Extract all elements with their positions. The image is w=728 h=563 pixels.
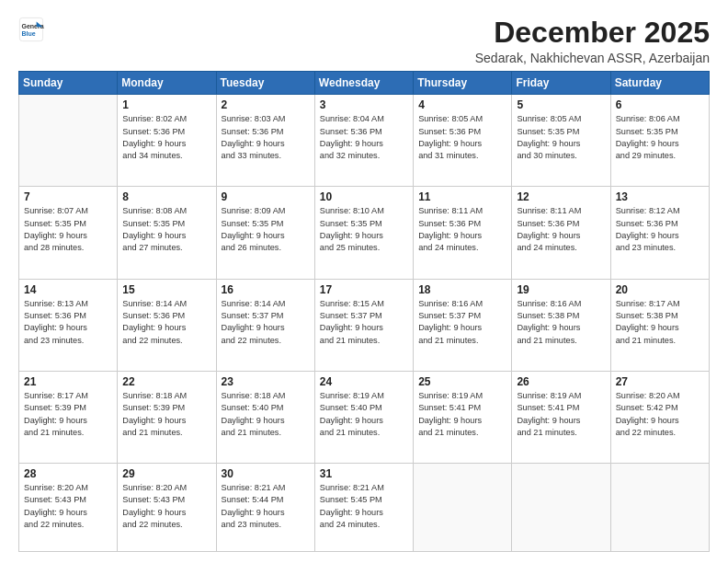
table-row: 27Sunrise: 8:20 AMSunset: 5:42 PMDayligh… bbox=[610, 371, 709, 463]
svg-text:Blue: Blue bbox=[22, 30, 36, 37]
day-info: Sunrise: 8:19 AMSunset: 5:41 PMDaylight:… bbox=[418, 390, 506, 439]
table-row: 5Sunrise: 8:05 AMSunset: 5:35 PMDaylight… bbox=[512, 95, 610, 187]
table-row: 23Sunrise: 8:18 AMSunset: 5:40 PMDayligh… bbox=[216, 371, 314, 463]
table-row: 28Sunrise: 8:20 AMSunset: 5:43 PMDayligh… bbox=[19, 464, 118, 552]
header: General Blue December 2025 Sedarak, Nakh… bbox=[18, 17, 710, 65]
location: Sedarak, Nakhichevan ASSR, Azerbaijan bbox=[475, 51, 710, 65]
day-info: Sunrise: 8:19 AMSunset: 5:41 PMDaylight:… bbox=[517, 390, 605, 439]
day-info: Sunrise: 8:10 AMSunset: 5:35 PMDaylight:… bbox=[320, 205, 408, 254]
table-row: 18Sunrise: 8:16 AMSunset: 5:37 PMDayligh… bbox=[414, 279, 512, 371]
logo: General Blue bbox=[18, 17, 46, 42]
day-info: Sunrise: 8:17 AMSunset: 5:38 PMDaylight:… bbox=[616, 298, 704, 347]
day-info: Sunrise: 8:18 AMSunset: 5:39 PMDaylight:… bbox=[122, 390, 210, 439]
day-info: Sunrise: 8:16 AMSunset: 5:38 PMDaylight:… bbox=[517, 298, 605, 347]
table-row bbox=[19, 95, 118, 187]
table-row bbox=[610, 464, 709, 552]
table-row: 14Sunrise: 8:13 AMSunset: 5:36 PMDayligh… bbox=[19, 279, 118, 371]
day-info: Sunrise: 8:12 AMSunset: 5:36 PMDaylight:… bbox=[616, 205, 704, 254]
day-number: 8 bbox=[122, 190, 210, 203]
day-info: Sunrise: 8:18 AMSunset: 5:40 PMDaylight:… bbox=[222, 390, 310, 439]
day-info: Sunrise: 8:20 AMSunset: 5:42 PMDaylight:… bbox=[616, 390, 704, 439]
day-number: 13 bbox=[616, 190, 704, 203]
day-number: 3 bbox=[320, 98, 408, 111]
col-wednesday: Wednesday bbox=[314, 72, 413, 95]
table-row: 25Sunrise: 8:19 AMSunset: 5:41 PMDayligh… bbox=[414, 371, 512, 463]
day-number: 30 bbox=[222, 467, 310, 480]
day-info: Sunrise: 8:20 AMSunset: 5:43 PMDaylight:… bbox=[24, 482, 112, 531]
calendar-header-row: Sunday Monday Tuesday Wednesday Thursday… bbox=[19, 72, 710, 95]
col-monday: Monday bbox=[118, 72, 216, 95]
day-info: Sunrise: 8:08 AMSunset: 5:35 PMDaylight:… bbox=[122, 205, 210, 254]
day-number: 27 bbox=[616, 375, 704, 388]
table-row bbox=[512, 464, 610, 552]
day-info: Sunrise: 8:21 AMSunset: 5:45 PMDaylight:… bbox=[320, 482, 408, 531]
day-info: Sunrise: 8:14 AMSunset: 5:36 PMDaylight:… bbox=[122, 298, 210, 347]
day-info: Sunrise: 8:16 AMSunset: 5:37 PMDaylight:… bbox=[418, 298, 506, 347]
day-info: Sunrise: 8:21 AMSunset: 5:44 PMDaylight:… bbox=[222, 482, 310, 531]
day-info: Sunrise: 8:11 AMSunset: 5:36 PMDaylight:… bbox=[517, 205, 605, 254]
month-title: December 2025 bbox=[475, 17, 710, 49]
table-row: 7Sunrise: 8:07 AMSunset: 5:35 PMDaylight… bbox=[19, 187, 118, 279]
day-number: 17 bbox=[320, 283, 408, 296]
table-row: 22Sunrise: 8:18 AMSunset: 5:39 PMDayligh… bbox=[118, 371, 216, 463]
table-row: 9Sunrise: 8:09 AMSunset: 5:35 PMDaylight… bbox=[216, 187, 314, 279]
day-info: Sunrise: 8:09 AMSunset: 5:35 PMDaylight:… bbox=[222, 205, 310, 254]
table-row: 8Sunrise: 8:08 AMSunset: 5:35 PMDaylight… bbox=[118, 187, 216, 279]
day-info: Sunrise: 8:07 AMSunset: 5:35 PMDaylight:… bbox=[24, 205, 112, 254]
day-number: 7 bbox=[24, 190, 112, 203]
table-row: 10Sunrise: 8:10 AMSunset: 5:35 PMDayligh… bbox=[314, 187, 413, 279]
table-row: 29Sunrise: 8:20 AMSunset: 5:43 PMDayligh… bbox=[118, 464, 216, 552]
day-info: Sunrise: 8:03 AMSunset: 5:36 PMDaylight:… bbox=[222, 113, 310, 162]
table-row: 1Sunrise: 8:02 AMSunset: 5:36 PMDaylight… bbox=[118, 95, 216, 187]
day-number: 15 bbox=[122, 283, 210, 296]
table-row: 15Sunrise: 8:14 AMSunset: 5:36 PMDayligh… bbox=[118, 279, 216, 371]
logo-icon: General Blue bbox=[18, 17, 44, 42]
day-number: 21 bbox=[24, 375, 112, 388]
table-row bbox=[414, 464, 512, 552]
day-number: 10 bbox=[320, 190, 408, 203]
day-number: 18 bbox=[418, 283, 506, 296]
table-row: 11Sunrise: 8:11 AMSunset: 5:36 PMDayligh… bbox=[414, 187, 512, 279]
day-number: 9 bbox=[222, 190, 310, 203]
day-number: 20 bbox=[616, 283, 704, 296]
title-block: December 2025 Sedarak, Nakhichevan ASSR,… bbox=[475, 17, 710, 65]
day-info: Sunrise: 8:05 AMSunset: 5:35 PMDaylight:… bbox=[517, 113, 605, 162]
day-number: 29 bbox=[122, 467, 210, 480]
day-info: Sunrise: 8:17 AMSunset: 5:39 PMDaylight:… bbox=[24, 390, 112, 439]
col-saturday: Saturday bbox=[610, 72, 709, 95]
day-number: 14 bbox=[24, 283, 112, 296]
day-number: 25 bbox=[418, 375, 506, 388]
day-number: 1 bbox=[122, 98, 210, 111]
day-info: Sunrise: 8:20 AMSunset: 5:43 PMDaylight:… bbox=[122, 482, 210, 531]
day-info: Sunrise: 8:14 AMSunset: 5:37 PMDaylight:… bbox=[222, 298, 310, 347]
day-info: Sunrise: 8:13 AMSunset: 5:36 PMDaylight:… bbox=[24, 298, 112, 347]
table-row: 19Sunrise: 8:16 AMSunset: 5:38 PMDayligh… bbox=[512, 279, 610, 371]
day-number: 5 bbox=[517, 98, 605, 111]
day-number: 28 bbox=[24, 467, 112, 480]
day-number: 6 bbox=[616, 98, 704, 111]
table-row: 2Sunrise: 8:03 AMSunset: 5:36 PMDaylight… bbox=[216, 95, 314, 187]
svg-rect-0 bbox=[19, 17, 42, 40]
day-number: 23 bbox=[222, 375, 310, 388]
page: General Blue December 2025 Sedarak, Nakh… bbox=[0, 0, 728, 563]
table-row: 31Sunrise: 8:21 AMSunset: 5:45 PMDayligh… bbox=[314, 464, 413, 552]
table-row: 17Sunrise: 8:15 AMSunset: 5:37 PMDayligh… bbox=[314, 279, 413, 371]
day-number: 24 bbox=[320, 375, 408, 388]
table-row: 24Sunrise: 8:19 AMSunset: 5:40 PMDayligh… bbox=[314, 371, 413, 463]
day-info: Sunrise: 8:15 AMSunset: 5:37 PMDaylight:… bbox=[320, 298, 408, 347]
col-friday: Friday bbox=[512, 72, 610, 95]
day-number: 2 bbox=[222, 98, 310, 111]
table-row: 4Sunrise: 8:05 AMSunset: 5:36 PMDaylight… bbox=[414, 95, 512, 187]
day-info: Sunrise: 8:06 AMSunset: 5:35 PMDaylight:… bbox=[616, 113, 704, 162]
col-sunday: Sunday bbox=[19, 72, 118, 95]
day-info: Sunrise: 8:19 AMSunset: 5:40 PMDaylight:… bbox=[320, 390, 408, 439]
day-number: 16 bbox=[222, 283, 310, 296]
day-number: 19 bbox=[517, 283, 605, 296]
calendar-table: Sunday Monday Tuesday Wednesday Thursday… bbox=[18, 71, 710, 552]
table-row: 21Sunrise: 8:17 AMSunset: 5:39 PMDayligh… bbox=[19, 371, 118, 463]
table-row: 12Sunrise: 8:11 AMSunset: 5:36 PMDayligh… bbox=[512, 187, 610, 279]
day-number: 31 bbox=[320, 467, 408, 480]
day-number: 11 bbox=[418, 190, 506, 203]
day-number: 22 bbox=[122, 375, 210, 388]
day-info: Sunrise: 8:11 AMSunset: 5:36 PMDaylight:… bbox=[418, 205, 506, 254]
